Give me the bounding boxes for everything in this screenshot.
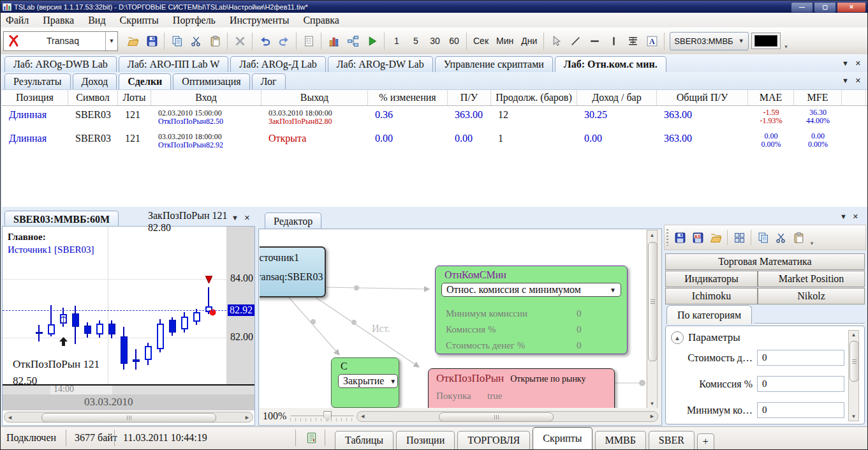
category-button-ichimoku[interactable]: Ichimoku [665, 288, 758, 304]
scroll-up-icon[interactable]: ▲ [849, 331, 858, 338]
workspace-tab-торговля[interactable]: ТОРГОВЛЯ [457, 431, 530, 449]
chart-tab[interactable]: SBER03:ММВБ:60М [4, 211, 119, 227]
timeframe-5-button[interactable]: 5 [406, 31, 425, 50]
column-header-4[interactable]: Вход [151, 90, 261, 105]
minimize-button[interactable]: — [791, 2, 813, 13]
parameter-input-1[interactable] [757, 350, 844, 366]
category-tab[interactable]: По категориям [666, 305, 752, 324]
timeframe-60-button[interactable]: 60 [445, 31, 464, 50]
menu-item-2[interactable]: Правка [43, 15, 82, 26]
scroll-right-icon[interactable]: ► [242, 414, 253, 421]
horizontal-line-tool-button[interactable] [585, 31, 604, 50]
lab-tab-5[interactable]: Лог [252, 73, 286, 89]
period-days-button[interactable]: Дни [517, 31, 541, 50]
column-header-7[interactable]: П/У [448, 90, 491, 105]
chart-plot-area[interactable]: Главное: Источник1 [SBER03] ОткПозПоРын … [3, 227, 226, 386]
lab-tab-1[interactable]: Результаты [4, 73, 71, 89]
paste-button[interactable] [205, 31, 224, 50]
doc-tab-6-active[interactable]: Лаб: Отн.ком.с мин. [555, 56, 666, 72]
node-close-dropdown[interactable]: Закрытие▼ [338, 374, 398, 388]
tab-close-icon[interactable]: ✕ [855, 77, 861, 84]
parameter-input-3[interactable] [757, 402, 844, 418]
doc-tab-1[interactable]: Лаб: AROg-DWB Lab [4, 56, 117, 72]
palette-menu-icon[interactable]: ▼ [840, 213, 847, 220]
period-seconds-button[interactable]: Сек [469, 31, 492, 50]
parameters-vscroll-thumb[interactable] [850, 341, 859, 382]
column-header-9[interactable]: Доход / бар [577, 90, 657, 105]
menu-item-4[interactable]: Скрипты [120, 15, 166, 26]
node-commission-dropdown[interactable]: Относ. комиссия с минимумом▼ [441, 283, 621, 297]
levels-tool-button[interactable] [623, 31, 642, 50]
price-axis[interactable]: 84.0082.9282.00 [226, 227, 254, 386]
tab-list-icon[interactable]: ▼ [842, 77, 849, 84]
editor-vscrollbar[interactable]: ▲ ▼ [647, 230, 658, 409]
scroll-down-icon[interactable]: ▼ [849, 414, 858, 419]
run-script-button[interactable] [362, 31, 381, 50]
column-header-6[interactable]: % изменения [368, 90, 448, 105]
connector-combo[interactable]: Transaq ▼ [3, 31, 118, 51]
doc-tab-3[interactable]: Лаб: AROg-Д Lab [230, 56, 325, 72]
symbol-combo[interactable]: SBER03:ММВБ▼ [670, 32, 748, 50]
paste-block-button[interactable] [790, 229, 807, 246]
parameter-input-2[interactable] [757, 376, 844, 392]
save-script-button[interactable] [671, 229, 689, 246]
new-strategy-button[interactable] [343, 31, 362, 50]
commission-property[interactable]: Минимум комиссии0 [446, 306, 621, 322]
tab-list-icon[interactable]: ▼ [842, 60, 849, 67]
category-button-торговая-математика[interactable]: Торговая Математика [665, 253, 865, 270]
workspace-tab-позиции[interactable]: Позиции [396, 431, 455, 449]
column-header-8[interactable]: Продолж. (баров) [491, 90, 577, 105]
palette-close-icon[interactable]: ✕ [853, 213, 858, 220]
timeframe-30-button[interactable]: 30 [425, 31, 445, 50]
close-button[interactable]: ✕ [837, 2, 866, 13]
chart-close-icon[interactable]: ✕ [244, 214, 250, 221]
save-script-as-button[interactable]: AS [689, 229, 707, 246]
workspace-tab-ммвб[interactable]: ММВБ [595, 431, 646, 449]
redo-button[interactable] [274, 31, 293, 50]
scroll-right-icon[interactable]: ► [647, 413, 658, 419]
copy-button[interactable] [167, 31, 186, 50]
node-close[interactable]: С Закрытие▼ [331, 357, 399, 408]
timeframe-1-button[interactable]: 1 [387, 31, 406, 50]
chart-hscrollbar[interactable]: ◄ ► [4, 412, 253, 423]
delete-button[interactable] [230, 31, 249, 50]
tab-close-icon[interactable]: ✕ [855, 60, 861, 67]
category-button-индикаторы[interactable]: Индикаторы [665, 271, 758, 287]
workspace-tab-таблицы[interactable]: Таблицы [335, 431, 394, 449]
cut-button[interactable] [186, 31, 205, 50]
log-notepad-icon[interactable] [305, 431, 318, 445]
scroll-left-icon[interactable]: ◄ [4, 414, 15, 421]
save-button[interactable] [142, 31, 161, 50]
editor-tab[interactable]: Редактор [265, 213, 321, 229]
lab-tab-3-active[interactable]: Сделки [119, 73, 171, 89]
menu-item-3[interactable]: Вид [88, 15, 113, 26]
doc-tab-4[interactable]: Лаб: AROg-DW Lab [328, 56, 433, 72]
column-header-11[interactable]: MAE [748, 90, 794, 105]
palette-toolbar-overflow-button[interactable]: ▾ [807, 227, 816, 248]
doc-tab-5[interactable]: Управление скриптами [435, 56, 553, 72]
toolbar-grip[interactable] [666, 229, 668, 246]
open-script-button[interactable] [707, 229, 725, 246]
menu-item-6[interactable]: Инструменты [230, 15, 297, 26]
editor-canvas[interactable]: Ист. Источник1 Transaq:SBER03 ОтнКомСМин… [260, 230, 646, 409]
new-chart-button[interactable] [324, 31, 343, 50]
select-tool-button[interactable] [547, 31, 566, 50]
column-header-2[interactable]: Символ [68, 90, 118, 105]
workspace-tab-скрипты[interactable]: Скрипты [533, 427, 592, 449]
add-workspace-tab-button[interactable]: + [697, 433, 714, 449]
column-header-5[interactable]: Выход [261, 90, 368, 105]
connector-dropdown-arrow[interactable]: ▼ [105, 32, 117, 50]
editor-hscrollbar[interactable]: ◄ ► [357, 411, 658, 422]
cut-block-button[interactable] [772, 229, 790, 246]
script-properties-button[interactable] [299, 31, 318, 50]
column-header-13[interactable] [842, 90, 866, 105]
editor-vscroll-thumb[interactable] [648, 242, 658, 361]
chart-hscroll-thumb[interactable] [41, 413, 216, 423]
trade-row-1[interactable]: ДлиннаяSBER0312102.03.2010 15:00:00ОткПо… [2, 106, 867, 130]
workspace-tab-sber[interactable]: SBER [649, 431, 695, 449]
menu-item-5[interactable]: Портфель [173, 15, 223, 26]
parameters-vscrollbar[interactable]: ▲ ▼ [848, 330, 859, 421]
commission-property[interactable]: Комиссия %0 [446, 322, 621, 338]
commission-property[interactable]: Стоимость денег %0 [446, 338, 621, 354]
vertical-line-tool-button[interactable] [604, 31, 623, 50]
